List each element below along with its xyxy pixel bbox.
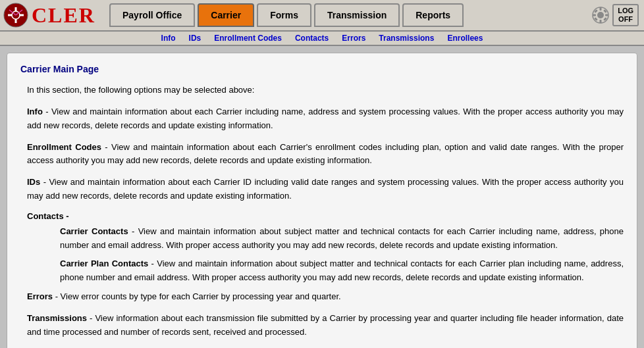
intro-text: In this section, the following options m…: [27, 85, 624, 95]
sub-nav-item-errors[interactable]: Errors: [342, 34, 365, 43]
section-enrollment-codes-text: - View and maintain information about ea…: [27, 142, 624, 166]
logo-emblem-icon: [3, 2, 29, 28]
sub-nav-item-info[interactable]: Info: [161, 34, 176, 43]
section-enrollment-codes-title: Enrollment Codes: [27, 142, 101, 152]
sub-nav-item-enrollment-codes[interactable]: Enrollment Codes: [214, 34, 282, 43]
tab-transmission[interactable]: Transmission: [314, 3, 400, 27]
gear-icon[interactable]: [591, 6, 610, 24]
subsection-carrier-contacts: Carrier Contacts - View and maintain inf…: [60, 225, 624, 253]
section-errors-title: Errors: [27, 291, 53, 301]
section-enrollment-codes: Enrollment Codes - View and maintain inf…: [27, 141, 624, 168]
sub-nav-item-ids[interactable]: IDs: [189, 34, 201, 43]
section-transmissions: Transmissions - View information about e…: [27, 312, 624, 339]
main-content: Carrier Main Page In this section, the f…: [7, 53, 637, 348]
carrier-plan-contacts-title: Carrier Plan Contacts: [60, 259, 148, 268]
tab-carrier[interactable]: Carrier: [198, 3, 254, 27]
carrier-contacts-title: Carrier Contacts: [60, 226, 128, 236]
logo-area: CLER: [3, 2, 108, 28]
nav-tabs: Payroll Office Carrier Forms Transmissio…: [108, 0, 591, 30]
section-errors-text: - View error counts by type for each Car…: [53, 291, 341, 301]
svg-rect-9: [600, 20, 602, 23]
section-ids: IDs - View and maintain information abou…: [27, 176, 624, 203]
section-ids-text: - View and maintain information about ea…: [27, 177, 624, 201]
sub-nav: Info IDs Enrollment Codes Contacts Error…: [0, 32, 644, 46]
logoff-button[interactable]: LOGOFF: [612, 4, 639, 26]
section-ids-title: IDs: [27, 177, 40, 187]
section-transmissions-text: - View information about each transmissi…: [27, 313, 624, 337]
svg-rect-8: [600, 7, 602, 11]
sub-nav-item-contacts[interactable]: Contacts: [295, 34, 329, 43]
carrier-contacts-text: - View and maintain information about su…: [60, 226, 624, 250]
sub-nav-item-enrollees[interactable]: Enrollees: [447, 34, 483, 43]
subsection-carrier-plan-contacts: Carrier Plan Contacts - View and maintai…: [60, 257, 624, 285]
svg-point-7: [597, 12, 604, 18]
section-errors: Errors - View error counts by type for e…: [27, 290, 624, 304]
tab-payroll-office[interactable]: Payroll Office: [109, 3, 195, 27]
logo-text: CLER: [32, 3, 95, 28]
sub-nav-item-transmissions[interactable]: Transmissions: [379, 34, 434, 43]
contacts-label: Contacts -: [27, 211, 624, 221]
svg-rect-11: [605, 14, 608, 16]
section-info-title: Info: [27, 107, 43, 116]
header-right: LOGOFF: [591, 4, 641, 26]
header: CLER Payroll Office Carrier Forms Transm…: [0, 0, 644, 32]
tab-forms[interactable]: Forms: [257, 3, 311, 27]
section-info: Info - View and maintain information abo…: [27, 105, 624, 133]
svg-rect-10: [593, 14, 596, 16]
section-info-text: - View and maintain information about ea…: [27, 107, 624, 130]
page-title: Carrier Main Page: [20, 64, 624, 74]
tab-reports[interactable]: Reports: [402, 3, 464, 27]
section-transmissions-title: Transmissions: [27, 313, 87, 323]
contacts-title: Contacts -: [27, 211, 69, 221]
